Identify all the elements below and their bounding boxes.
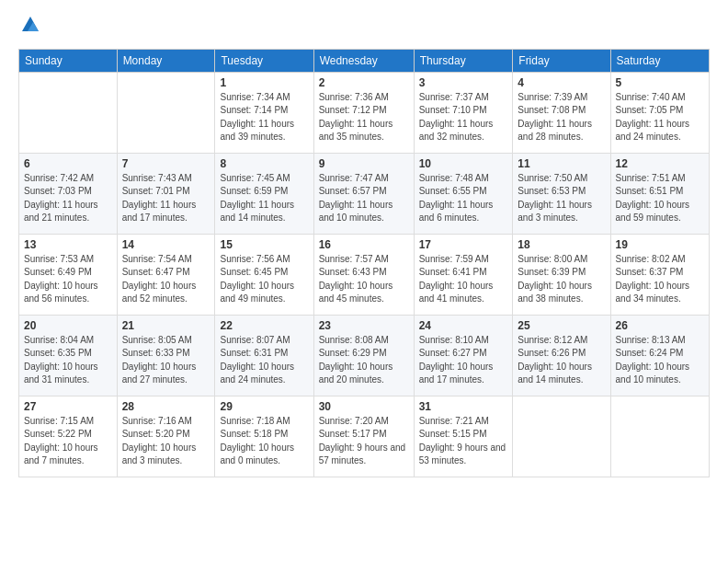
calendar-cell xyxy=(19,72,118,153)
day-number: 18 xyxy=(518,238,605,251)
day-info: Sunrise: 7:47 AM Sunset: 6:57 PM Dayligh… xyxy=(319,172,409,225)
day-number: 3 xyxy=(419,76,508,89)
day-number: 4 xyxy=(518,76,605,89)
day-number: 27 xyxy=(24,400,112,413)
day-info: Sunrise: 7:37 AM Sunset: 7:10 PM Dayligh… xyxy=(419,91,508,144)
weekday-header-cell: Thursday xyxy=(414,49,513,72)
day-number: 19 xyxy=(616,238,704,251)
calendar-cell: 1Sunrise: 7:34 AM Sunset: 7:14 PM Daylig… xyxy=(215,72,313,153)
calendar-cell: 22Sunrise: 8:07 AM Sunset: 6:31 PM Dayli… xyxy=(215,315,313,396)
day-info: Sunrise: 7:48 AM Sunset: 6:55 PM Dayligh… xyxy=(419,172,508,225)
calendar-week-row: 1Sunrise: 7:34 AM Sunset: 7:14 PM Daylig… xyxy=(19,72,710,153)
calendar-week-row: 20Sunrise: 8:04 AM Sunset: 6:35 PM Dayli… xyxy=(19,315,710,396)
logo xyxy=(18,15,40,40)
day-info: Sunrise: 8:08 AM Sunset: 6:29 PM Dayligh… xyxy=(319,334,409,387)
day-info: Sunrise: 7:43 AM Sunset: 7:01 PM Dayligh… xyxy=(122,172,210,225)
day-number: 21 xyxy=(122,319,210,332)
day-info: Sunrise: 7:42 AM Sunset: 7:03 PM Dayligh… xyxy=(24,172,112,225)
calendar-cell: 16Sunrise: 7:57 AM Sunset: 6:43 PM Dayli… xyxy=(313,234,414,315)
calendar-cell: 4Sunrise: 7:39 AM Sunset: 7:08 PM Daylig… xyxy=(513,72,610,153)
day-info: Sunrise: 7:16 AM Sunset: 5:20 PM Dayligh… xyxy=(122,415,210,468)
calendar-cell: 9Sunrise: 7:47 AM Sunset: 6:57 PM Daylig… xyxy=(313,153,414,234)
day-info: Sunrise: 8:00 AM Sunset: 6:39 PM Dayligh… xyxy=(518,253,605,306)
day-number: 25 xyxy=(518,319,605,332)
day-number: 7 xyxy=(122,157,210,170)
day-info: Sunrise: 7:18 AM Sunset: 5:18 PM Dayligh… xyxy=(220,415,308,468)
day-number: 30 xyxy=(319,400,409,413)
calendar-cell: 30Sunrise: 7:20 AM Sunset: 5:17 PM Dayli… xyxy=(313,396,414,477)
calendar-cell: 19Sunrise: 8:02 AM Sunset: 6:37 PM Dayli… xyxy=(610,234,709,315)
day-info: Sunrise: 8:04 AM Sunset: 6:35 PM Dayligh… xyxy=(24,334,112,387)
day-info: Sunrise: 8:13 AM Sunset: 6:24 PM Dayligh… xyxy=(616,334,704,387)
weekday-header-cell: Sunday xyxy=(19,49,118,72)
calendar-cell: 23Sunrise: 8:08 AM Sunset: 6:29 PM Dayli… xyxy=(313,315,414,396)
calendar-cell: 14Sunrise: 7:54 AM Sunset: 6:47 PM Dayli… xyxy=(117,234,215,315)
calendar-cell xyxy=(117,72,215,153)
day-info: Sunrise: 8:12 AM Sunset: 6:26 PM Dayligh… xyxy=(518,334,605,387)
weekday-header-row: SundayMondayTuesdayWednesdayThursdayFrid… xyxy=(19,49,710,72)
day-info: Sunrise: 7:21 AM Sunset: 5:15 PM Dayligh… xyxy=(419,415,508,468)
weekday-header-cell: Wednesday xyxy=(313,49,414,72)
day-info: Sunrise: 7:53 AM Sunset: 6:49 PM Dayligh… xyxy=(24,253,112,306)
calendar-cell: 29Sunrise: 7:18 AM Sunset: 5:18 PM Dayli… xyxy=(215,396,313,477)
day-info: Sunrise: 7:40 AM Sunset: 7:05 PM Dayligh… xyxy=(616,91,704,144)
calendar-cell: 27Sunrise: 7:15 AM Sunset: 5:22 PM Dayli… xyxy=(19,396,118,477)
logo-icon xyxy=(20,15,40,35)
day-number: 10 xyxy=(419,157,508,170)
day-number: 23 xyxy=(319,319,409,332)
day-info: Sunrise: 7:54 AM Sunset: 6:47 PM Dayligh… xyxy=(122,253,210,306)
day-number: 29 xyxy=(220,400,308,413)
day-number: 16 xyxy=(319,238,409,251)
weekday-header-cell: Saturday xyxy=(610,49,709,72)
day-number: 11 xyxy=(518,157,605,170)
weekday-header-cell: Friday xyxy=(513,49,610,72)
day-info: Sunrise: 8:02 AM Sunset: 6:37 PM Dayligh… xyxy=(616,253,704,306)
day-number: 9 xyxy=(319,157,409,170)
day-number: 17 xyxy=(419,238,508,251)
day-info: Sunrise: 7:56 AM Sunset: 6:45 PM Dayligh… xyxy=(220,253,308,306)
weekday-header-cell: Monday xyxy=(117,49,215,72)
day-info: Sunrise: 7:45 AM Sunset: 6:59 PM Dayligh… xyxy=(220,172,308,225)
day-info: Sunrise: 7:34 AM Sunset: 7:14 PM Dayligh… xyxy=(220,91,308,144)
calendar-cell: 6Sunrise: 7:42 AM Sunset: 7:03 PM Daylig… xyxy=(19,153,118,234)
day-info: Sunrise: 8:07 AM Sunset: 6:31 PM Dayligh… xyxy=(220,334,308,387)
calendar-body: 1Sunrise: 7:34 AM Sunset: 7:14 PM Daylig… xyxy=(19,72,710,477)
day-info: Sunrise: 7:39 AM Sunset: 7:08 PM Dayligh… xyxy=(518,91,605,144)
day-number: 14 xyxy=(122,238,210,251)
day-info: Sunrise: 7:36 AM Sunset: 7:12 PM Dayligh… xyxy=(319,91,409,144)
calendar-cell: 11Sunrise: 7:50 AM Sunset: 6:53 PM Dayli… xyxy=(513,153,610,234)
calendar-cell: 2Sunrise: 7:36 AM Sunset: 7:12 PM Daylig… xyxy=(313,72,414,153)
day-info: Sunrise: 7:20 AM Sunset: 5:17 PM Dayligh… xyxy=(319,415,409,468)
day-number: 28 xyxy=(122,400,210,413)
calendar-cell: 5Sunrise: 7:40 AM Sunset: 7:05 PM Daylig… xyxy=(610,72,709,153)
calendar-cell: 15Sunrise: 7:56 AM Sunset: 6:45 PM Dayli… xyxy=(215,234,313,315)
calendar-table: SundayMondayTuesdayWednesdayThursdayFrid… xyxy=(18,49,710,477)
day-number: 22 xyxy=(220,319,308,332)
weekday-header-cell: Tuesday xyxy=(215,49,313,72)
day-info: Sunrise: 7:50 AM Sunset: 6:53 PM Dayligh… xyxy=(518,172,605,225)
calendar-week-row: 27Sunrise: 7:15 AM Sunset: 5:22 PM Dayli… xyxy=(19,396,710,477)
day-info: Sunrise: 7:57 AM Sunset: 6:43 PM Dayligh… xyxy=(319,253,409,306)
header xyxy=(18,15,710,40)
day-info: Sunrise: 7:15 AM Sunset: 5:22 PM Dayligh… xyxy=(24,415,112,468)
calendar-week-row: 6Sunrise: 7:42 AM Sunset: 7:03 PM Daylig… xyxy=(19,153,710,234)
calendar-cell xyxy=(610,396,709,477)
calendar-cell xyxy=(513,396,610,477)
day-info: Sunrise: 8:05 AM Sunset: 6:33 PM Dayligh… xyxy=(122,334,210,387)
day-number: 2 xyxy=(319,76,409,89)
day-number: 12 xyxy=(616,157,704,170)
day-number: 5 xyxy=(616,76,704,89)
day-number: 13 xyxy=(24,238,112,251)
day-info: Sunrise: 7:59 AM Sunset: 6:41 PM Dayligh… xyxy=(419,253,508,306)
day-number: 20 xyxy=(24,319,112,332)
calendar-cell: 7Sunrise: 7:43 AM Sunset: 7:01 PM Daylig… xyxy=(117,153,215,234)
page: SundayMondayTuesdayWednesdayThursdayFrid… xyxy=(0,0,728,563)
calendar-cell: 26Sunrise: 8:13 AM Sunset: 6:24 PM Dayli… xyxy=(610,315,709,396)
calendar-cell: 8Sunrise: 7:45 AM Sunset: 6:59 PM Daylig… xyxy=(215,153,313,234)
day-number: 26 xyxy=(616,319,704,332)
calendar-cell: 21Sunrise: 8:05 AM Sunset: 6:33 PM Dayli… xyxy=(117,315,215,396)
calendar-cell: 12Sunrise: 7:51 AM Sunset: 6:51 PM Dayli… xyxy=(610,153,709,234)
day-number: 31 xyxy=(419,400,508,413)
day-number: 8 xyxy=(220,157,308,170)
day-info: Sunrise: 7:51 AM Sunset: 6:51 PM Dayligh… xyxy=(616,172,704,225)
